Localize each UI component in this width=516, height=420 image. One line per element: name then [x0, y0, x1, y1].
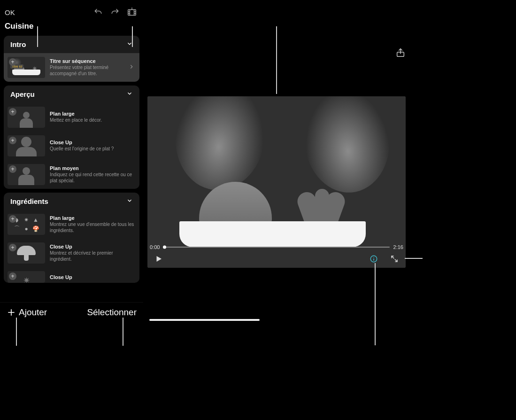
section-ingredients: Ingrédients + ◗✷▲ ⌒●🍄 Plan large	[4, 193, 139, 283]
sidebar-bottom-bar: Ajouter Sélectionner	[0, 302, 143, 324]
shot-row-ingredients-3[interactable]: + ✷ Close Up	[4, 267, 139, 283]
storyboard-icon[interactable]	[125, 6, 139, 19]
shot-row-apercu-3[interactable]: + Plan moyen Indiquez ce qui rend cette …	[4, 160, 139, 189]
sidebar-topbar: OK	[0, 0, 143, 21]
svg-line-15	[392, 256, 394, 258]
shot-thumbnail: +	[8, 135, 45, 156]
svg-line-16	[395, 259, 397, 262]
add-media-badge[interactable]: +	[9, 137, 16, 144]
callout-line	[405, 258, 423, 259]
shot-title: Close Up	[50, 274, 135, 280]
ok-button[interactable]: OK	[5, 8, 15, 16]
shot-description: Présentez votre plat terminé accompagné …	[50, 65, 123, 77]
info-icon[interactable]	[369, 254, 379, 264]
shot-title: Titre sur séquence	[50, 58, 123, 64]
fullscreen-icon[interactable]	[389, 254, 400, 264]
duration: 2:16	[393, 244, 403, 250]
callout-line	[132, 26, 133, 47]
sidebar: OK Cuisine Intro	[0, 0, 143, 324]
shot-list[interactable]: Intro + ✷ Titre ici Titre s	[0, 36, 143, 302]
shot-row-apercu-1[interactable]: + Plan large Mettez en place le décor.	[4, 103, 139, 132]
timeline-track[interactable]	[163, 247, 389, 248]
shot-title: Plan large	[50, 215, 135, 221]
add-media-badge[interactable]: +	[9, 58, 16, 66]
shot-title: Close Up	[50, 140, 135, 145]
section-apercu: Aperçu + Plan large Mettez en place le d…	[4, 86, 139, 189]
section-title: Ingrédients	[10, 197, 48, 205]
redo-icon[interactable]	[108, 6, 122, 19]
shot-row-ingredients-2[interactable]: + Close Up Montrez et décrivez le premie…	[4, 239, 139, 267]
play-icon[interactable]	[153, 253, 165, 265]
shot-thumbnail: + ✷	[8, 271, 45, 283]
playhead[interactable]	[163, 246, 166, 249]
shot-thumbnail: + ✷ Titre ici	[8, 57, 45, 78]
add-label: Ajouter	[19, 307, 47, 318]
callout-line	[123, 318, 123, 346]
shot-title: Plan large	[50, 111, 135, 117]
shot-description: Montrez une vue d'ensemble de tous les i…	[50, 222, 135, 233]
shot-description: Quelle est l'origine de ce plat ?	[50, 146, 135, 152]
chevron-down-icon	[126, 90, 133, 98]
shot-thumbnail: +	[8, 107, 45, 128]
shot-description: Mettez en place le décor.	[50, 117, 135, 124]
section-header-ingredients[interactable]: Ingrédients	[4, 193, 139, 210]
select-button[interactable]: Sélectionner	[87, 307, 137, 318]
add-media-badge[interactable]: +	[9, 108, 16, 116]
timeline[interactable]: 0:00 2:16	[150, 244, 403, 250]
section-title: Intro	[10, 40, 26, 48]
shot-thumbnail: +	[8, 164, 45, 185]
callout-line	[375, 263, 376, 345]
add-media-badge[interactable]: +	[9, 272, 16, 280]
preview-canvas	[147, 96, 406, 268]
callout-line	[16, 318, 17, 346]
section-intro: Intro + ✷ Titre ici Titre s	[4, 36, 139, 82]
shot-thumbnail: + ◗✷▲ ⌒●🍄	[8, 214, 45, 235]
chevron-right-icon	[128, 63, 135, 72]
shot-title: Close Up	[50, 244, 135, 249]
chevron-down-icon	[126, 197, 133, 205]
project-title: Cuisine	[0, 21, 143, 36]
undo-icon[interactable]	[92, 6, 105, 19]
add-button[interactable]: Ajouter	[7, 307, 47, 318]
home-indicator	[149, 319, 260, 321]
add-media-badge[interactable]: +	[9, 215, 16, 223]
add-media-badge[interactable]: +	[9, 244, 16, 251]
shot-row-intro-1[interactable]: + ✷ Titre ici Titre sur séquence Présent…	[4, 53, 139, 82]
shot-row-apercu-2[interactable]: + Close Up Quelle est l'origine de ce pl…	[4, 132, 139, 160]
callout-line	[276, 26, 277, 94]
svg-rect-0	[128, 10, 136, 16]
shot-description: Indiquez ce qui rend cette recette ou ce…	[50, 172, 135, 184]
shot-title: Plan moyen	[50, 165, 135, 171]
add-media-badge[interactable]: +	[9, 165, 16, 173]
player-controls	[150, 253, 403, 265]
shot-row-ingredients-1[interactable]: + ◗✷▲ ⌒●🍄 Plan large Montrez une vue d'e…	[4, 210, 139, 239]
section-header-apercu[interactable]: Aperçu	[4, 86, 139, 103]
video-player: 0:00 2:16	[147, 96, 406, 268]
shot-description: Montrez et décrivez le premier ingrédien…	[50, 250, 135, 262]
svg-marker-11	[157, 256, 162, 262]
section-title: Aperçu	[10, 90, 35, 98]
svg-point-14	[373, 257, 374, 258]
shot-thumbnail: +	[8, 242, 45, 264]
current-time: 0:00	[150, 244, 160, 250]
section-header-intro[interactable]: Intro	[4, 36, 139, 53]
callout-line	[37, 26, 38, 47]
